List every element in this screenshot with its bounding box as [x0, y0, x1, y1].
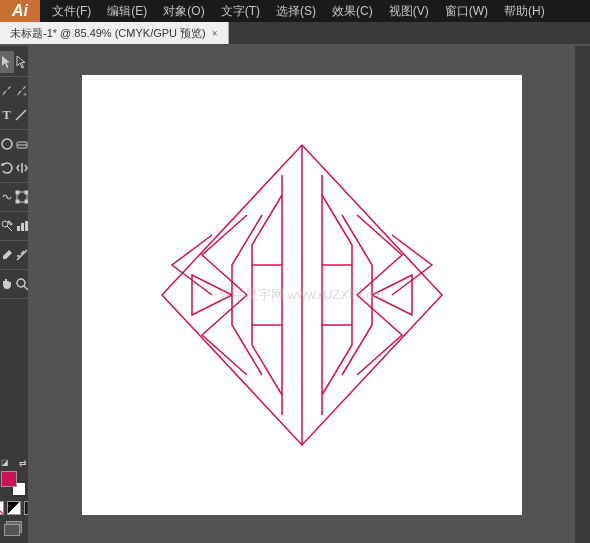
fill-swatch[interactable]	[1, 471, 17, 487]
pen-tool[interactable]	[0, 80, 14, 102]
menu-help[interactable]: 帮助(H)	[496, 0, 553, 22]
document-tab[interactable]: 未标题-1* @ 85.49% (CMYK/GPU 预览) ×	[0, 22, 229, 44]
add-anchor-tool[interactable]: +	[15, 80, 29, 102]
black-white-button[interactable]	[7, 501, 21, 515]
menu-object[interactable]: 对象(O)	[155, 0, 212, 22]
menu-select[interactable]: 选择(S)	[268, 0, 324, 22]
symbol-sprayer-tool[interactable]	[0, 215, 14, 237]
svg-line-3	[16, 110, 26, 120]
type-tool[interactable]: T	[0, 104, 13, 126]
menu-bar: Ai 文件(F) 编辑(E) 对象(O) 文字(T) 选择(S) 效果(C) 视…	[0, 0, 590, 22]
artboard-switcher[interactable]	[4, 521, 24, 537]
main-layout: + T	[0, 46, 590, 543]
warp-tool-group	[0, 183, 28, 212]
svg-rect-17	[17, 226, 20, 231]
menu-view[interactable]: 视图(V)	[381, 0, 437, 22]
eyedropper-tool[interactable]	[0, 244, 14, 266]
svg-rect-9	[16, 191, 19, 194]
color-section: ⇄ ◪	[0, 456, 28, 541]
vertical-scrollbar[interactable]	[575, 46, 590, 543]
svg-point-15	[8, 221, 10, 223]
svg-line-20	[17, 250, 27, 260]
selection-tool[interactable]	[0, 51, 14, 73]
zoom-tool[interactable]	[15, 273, 29, 295]
selection-tool-group	[0, 48, 28, 77]
svg-rect-18	[21, 223, 24, 231]
shape-tool-group	[0, 130, 28, 183]
svg-marker-1	[17, 56, 25, 68]
free-transform-tool[interactable]	[15, 186, 29, 208]
canvas-area[interactable]: 软牛星宇网 www.rUZXP.com	[28, 46, 575, 543]
artwork-svg	[152, 135, 452, 455]
symbol-tool-group	[0, 212, 28, 241]
tab-bar: 未标题-1* @ 85.49% (CMYK/GPU 预览) ×	[0, 22, 590, 46]
eraser-tool[interactable]	[15, 133, 29, 155]
menu-file[interactable]: 文件(F)	[44, 0, 99, 22]
left-toolbar: + T	[0, 46, 28, 543]
hand-tool-group	[0, 270, 28, 299]
color-swatches	[1, 471, 27, 497]
tab-close-button[interactable]: ×	[212, 28, 218, 39]
menu-edit[interactable]: 编辑(E)	[99, 0, 155, 22]
menu-window[interactable]: 窗口(W)	[437, 0, 496, 22]
svg-point-4	[2, 139, 12, 149]
tab-title: 未标题-1* @ 85.49% (CMYK/GPU 预览)	[10, 26, 206, 41]
ellipse-tool[interactable]	[0, 133, 14, 155]
default-colors-icon[interactable]: ◪	[1, 458, 9, 467]
direct-selection-tool[interactable]	[15, 51, 29, 73]
warp-tool[interactable]	[0, 186, 14, 208]
svg-point-23	[17, 279, 25, 287]
scale-tool[interactable]	[15, 157, 29, 179]
slice-tool-group	[0, 241, 28, 270]
menu-items: 文件(F) 编辑(E) 对象(O) 文字(T) 选择(S) 效果(C) 视图(V…	[40, 0, 553, 22]
svg-line-24	[24, 286, 28, 290]
svg-rect-11	[16, 200, 19, 203]
menu-effect[interactable]: 效果(C)	[324, 0, 381, 22]
none-color-button[interactable]	[0, 501, 4, 515]
hand-tool[interactable]	[0, 273, 14, 295]
app-logo: Ai	[0, 0, 40, 22]
svg-line-14	[7, 226, 12, 231]
measure-tool[interactable]	[15, 244, 29, 266]
svg-point-16	[10, 223, 12, 225]
menu-text[interactable]: 文字(T)	[213, 0, 268, 22]
rotate-tool[interactable]	[0, 157, 14, 179]
swap-colors-icon[interactable]: ⇄	[19, 458, 27, 468]
svg-text:+: +	[23, 91, 27, 98]
column-graph-tool[interactable]	[15, 215, 29, 237]
pen-tool-group: + T	[0, 77, 28, 130]
line-tool[interactable]	[14, 104, 28, 126]
canvas-document: 软牛星宇网 www.rUZXP.com	[82, 75, 522, 515]
svg-marker-0	[2, 56, 10, 68]
